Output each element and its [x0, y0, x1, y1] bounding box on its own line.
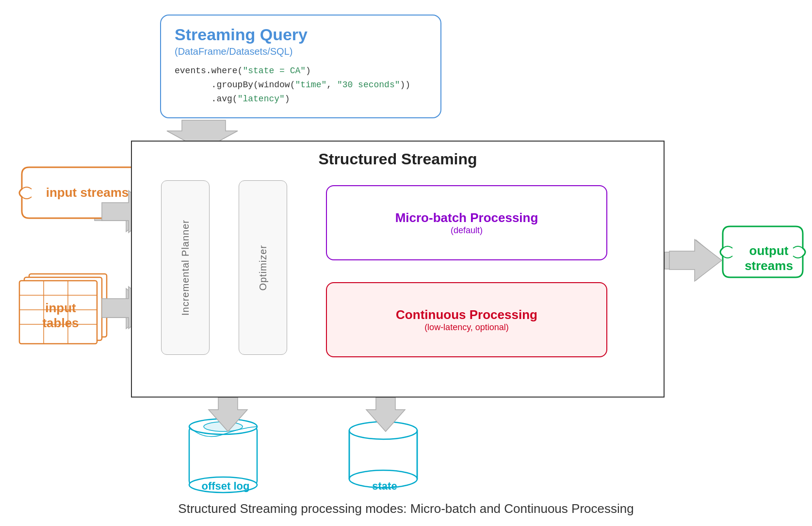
code-line-2: .groupBy(window("time", "30 seconds")) — [175, 78, 427, 92]
state-label: state — [351, 480, 419, 493]
svg-marker-27 — [669, 239, 722, 281]
incremental-planner-label: Incremental Planner — [180, 220, 191, 316]
bottom-caption: Structured Streaming processing modes: M… — [0, 501, 812, 516]
continuous-subtitle: (low-latency, optional) — [424, 322, 509, 333]
code-line-1: events.where("state = CA") — [175, 64, 427, 78]
incremental-planner-box: Incremental Planner — [161, 180, 210, 355]
main-box-title: Structured Streaming — [132, 150, 664, 168]
output-streams-label: output streams — [728, 243, 810, 273]
streaming-query-box: Streaming Query (DataFrame/Datasets/SQL)… — [160, 15, 441, 118]
optimizer-label: Optimizer — [258, 245, 269, 291]
svg-point-14 — [189, 419, 257, 434]
code-line-3: .avg("latency") — [175, 92, 427, 106]
svg-point-18 — [349, 422, 417, 439]
main-structured-streaming-box: Structured Streaming Incremental Planner… — [131, 141, 665, 398]
svg-rect-17 — [349, 430, 417, 479]
micro-batch-subtitle: (default) — [451, 225, 483, 236]
svg-point-16 — [204, 422, 243, 431]
diagram-container: Streaming Query (DataFrame/Datasets/SQL)… — [0, 0, 812, 526]
micro-batch-title: Micro-batch Processing — [395, 210, 538, 225]
code-block: events.where("state = CA") .groupBy(wind… — [175, 64, 427, 106]
svg-marker-28 — [209, 398, 247, 431]
streaming-query-title: Streaming Query — [175, 25, 427, 44]
optimizer-box: Optimizer — [239, 180, 287, 355]
offset-log-label: offset log — [192, 480, 260, 493]
streaming-query-subtitle: (DataFrame/Datasets/SQL) — [175, 46, 427, 57]
svg-marker-4 — [665, 240, 720, 280]
micro-batch-box: Micro-batch Processing (default) — [326, 185, 607, 260]
continuous-processing-box: Continuous Processing (low-latency, opti… — [326, 282, 607, 357]
input-streams-label: input streams — [29, 185, 146, 200]
svg-rect-13 — [189, 427, 257, 485]
svg-marker-29 — [366, 398, 405, 431]
input-tables-label: input tables — [19, 301, 102, 331]
continuous-title: Continuous Processing — [396, 307, 537, 322]
